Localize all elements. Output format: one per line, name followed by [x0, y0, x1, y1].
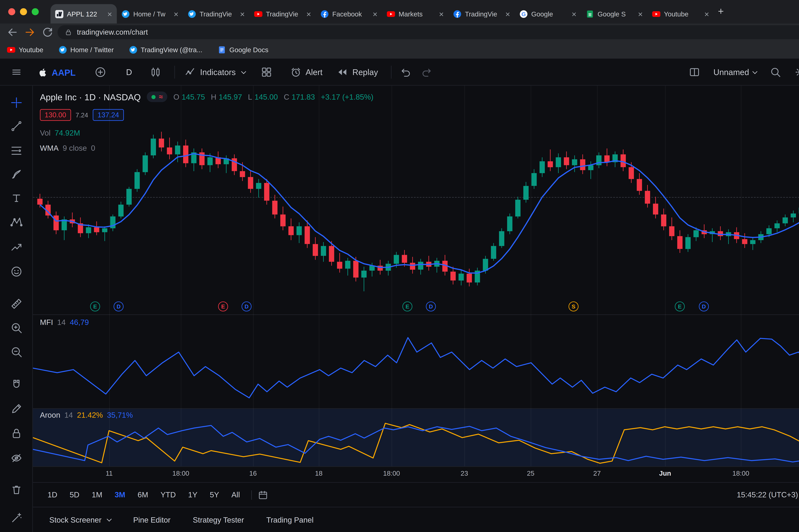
zoom-out-tool[interactable] [10, 345, 23, 358]
magnet-tool[interactable] [10, 378, 23, 391]
layout-panes-icon[interactable] [689, 66, 701, 78]
range-button-1m[interactable]: 1M [87, 488, 108, 501]
wma-legend[interactable]: WMA 9 close 0 [40, 144, 95, 152]
mfi-chart-canvas[interactable] [33, 315, 799, 407]
tab-close-icon[interactable]: × [439, 10, 444, 18]
event-badge-E[interactable]: E [218, 301, 228, 311]
forward-button[interactable] [23, 26, 36, 39]
time-axis-label[interactable]: 18 [315, 470, 323, 477]
browser-tab[interactable]: TradingVie× [183, 4, 250, 23]
tab-close-icon[interactable]: × [107, 10, 112, 18]
add-symbol-button[interactable] [94, 66, 106, 78]
window-zoom-button[interactable] [32, 8, 39, 15]
footer-tab-strategy-tester[interactable]: Strategy Tester [193, 515, 244, 524]
measure-tool[interactable] [10, 297, 23, 310]
mfi-legend[interactable]: MFI 14 46,79 [40, 318, 89, 327]
aroon-legend[interactable]: Aroon 14 21.42% 35,71% [40, 411, 133, 419]
text-tool[interactable] [10, 192, 23, 205]
bookmark-item[interactable]: TradingView (@tra... [129, 46, 202, 54]
alert-button[interactable]: Alert [290, 66, 323, 78]
undo-button[interactable] [400, 66, 411, 78]
symbol-search-button[interactable]: AAPL [33, 67, 80, 77]
tab-close-icon[interactable]: × [505, 10, 510, 18]
go-to-date-icon[interactable] [258, 490, 268, 500]
legend-title[interactable]: Apple Inc · 1D · NASDAQ [40, 92, 141, 102]
range-button-ytd[interactable]: YTD [155, 488, 181, 501]
aroon-chart-canvas[interactable] [33, 409, 799, 466]
event-badge-S[interactable]: S [568, 301, 579, 311]
browser-tab[interactable]: Youtube× [648, 4, 714, 23]
browser-tab[interactable]: Home / Tw× [117, 4, 183, 23]
legend-status-pill[interactable]: ≈ [147, 92, 167, 102]
time-axis-label[interactable]: 25 [527, 470, 534, 477]
range-button-1d[interactable]: 1D [42, 488, 62, 501]
time-axis-label[interactable]: 18:00 [172, 470, 189, 477]
tab-close-icon[interactable]: × [373, 10, 378, 18]
tab-close-icon[interactable]: × [704, 10, 709, 18]
layout-name-button[interactable]: Unnamed [713, 68, 757, 77]
window-close-button[interactable] [8, 8, 15, 15]
emoji-tool[interactable] [10, 265, 23, 278]
time-axis-label[interactable]: Jun [659, 470, 671, 477]
footer-tab-pine-editor[interactable]: Pine Editor [133, 515, 170, 524]
trend-line-tool[interactable] [10, 119, 23, 133]
event-badge-E[interactable]: E [90, 301, 100, 311]
clock[interactable]: 15:45:22 (UTC+3) [737, 490, 798, 499]
crosshair-tool[interactable] [10, 96, 23, 109]
range-button-5y[interactable]: 5Y [204, 488, 224, 501]
chart-type-button[interactable] [149, 66, 161, 78]
time-axis-label[interactable]: 18:00 [732, 470, 749, 477]
event-badge-E[interactable]: E [402, 301, 412, 311]
price-chart-canvas[interactable] [33, 86, 799, 314]
bookmark-item[interactable]: Youtube [7, 46, 43, 54]
symbol-legend[interactable]: Apple Inc · 1D · NASDAQ ≈ O145.75 H145.9… [40, 92, 374, 102]
footer-tab-trading-panel[interactable]: Trading Panel [266, 515, 314, 524]
time-axis-label[interactable]: 23 [460, 470, 468, 477]
browser-tab[interactable]: GGoogle× [515, 4, 581, 23]
interval-button[interactable]: D [124, 68, 134, 77]
event-badge-D[interactable]: D [699, 301, 709, 311]
event-badge-D[interactable]: D [426, 301, 436, 311]
volume-legend[interactable]: Vol 74.92M [40, 128, 80, 137]
price-level-high[interactable]: 137.24 [93, 109, 124, 121]
bookmark-item[interactable]: Home / Twitter [59, 46, 114, 54]
range-button-all[interactable]: All [226, 488, 245, 501]
redo-button[interactable] [421, 66, 433, 78]
back-button[interactable] [6, 26, 19, 39]
trash-tool[interactable] [10, 483, 23, 496]
draw-tool[interactable] [10, 402, 23, 415]
fib-retracement-tool[interactable] [10, 144, 23, 157]
new-tab-button[interactable]: + [715, 6, 727, 18]
tab-close-icon[interactable]: × [638, 10, 643, 18]
tab-close-icon[interactable]: × [174, 10, 179, 18]
zoom-in-tool[interactable] [10, 321, 23, 334]
event-badge-E[interactable]: E [675, 301, 685, 311]
brush-tool[interactable] [10, 168, 23, 181]
tab-close-icon[interactable]: × [306, 10, 311, 18]
tab-close-icon[interactable]: × [571, 10, 576, 18]
gear-icon[interactable] [794, 66, 799, 78]
price-level-low[interactable]: 130.00 [40, 109, 71, 121]
main-menu-button[interactable] [0, 67, 33, 77]
browser-tab[interactable]: Facebook× [316, 4, 382, 23]
reload-button[interactable] [41, 26, 54, 39]
time-axis-label[interactable]: 27 [593, 470, 601, 477]
hide-tool[interactable] [10, 452, 23, 464]
range-button-6m[interactable]: 6M [132, 488, 153, 501]
time-axis-label[interactable]: 16 [249, 470, 257, 477]
tab-close-icon[interactable]: × [240, 10, 245, 18]
indicators-button[interactable]: Indicators [184, 66, 245, 78]
grid-layout-button[interactable] [260, 66, 272, 78]
browser-tab[interactable]: Google S× [581, 4, 648, 23]
range-button-5d[interactable]: 5D [65, 488, 85, 501]
range-button-3m[interactable]: 3M [109, 488, 130, 501]
replay-button[interactable]: Replay [337, 66, 378, 78]
forecast-tool[interactable] [10, 241, 23, 253]
range-button-1y[interactable]: 1Y [183, 488, 203, 501]
bookmark-item[interactable]: Google Docs [218, 46, 269, 54]
event-badge-D[interactable]: D [242, 301, 252, 311]
time-axis-label[interactable]: 11 [106, 470, 113, 477]
event-badge-D[interactable]: D [114, 301, 124, 311]
xabcd-pattern-tool[interactable] [10, 216, 23, 229]
address-bar[interactable]: tradingview.com/chart [57, 25, 799, 39]
